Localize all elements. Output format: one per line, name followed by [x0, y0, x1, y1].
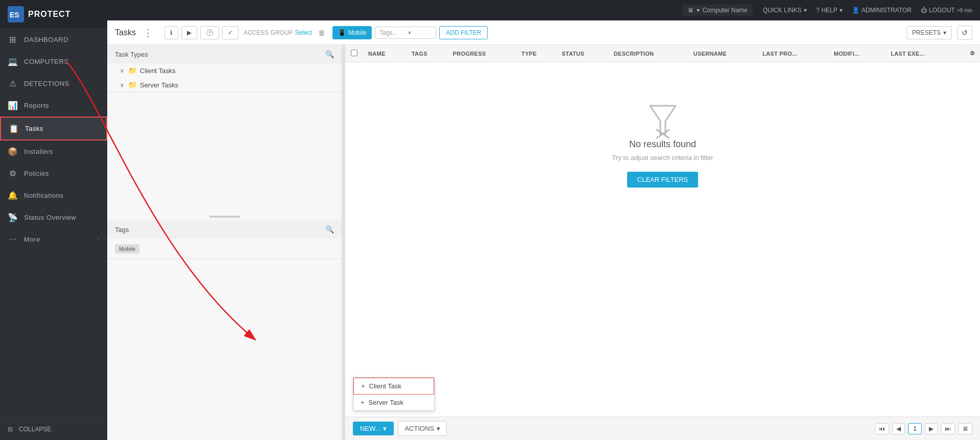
bottom-bar: + Client Task + Server Task NEW... ▾: [345, 416, 980, 440]
collapse-button[interactable]: ⊟ COLLAPSE: [0, 418, 107, 440]
more-icon: ···: [8, 235, 18, 244]
tasks-table: NAME TAGS PROGRESS TYPE STATUS DESCRIPTI…: [345, 45, 980, 228]
first-page-button[interactable]: ⏮: [875, 423, 889, 434]
pagination: ⏮ ◀ 1 ▶ ⏭ 🖥: [875, 423, 972, 434]
col-settings: ⚙: [955, 45, 980, 62]
clock-button[interactable]: 🕐: [200, 26, 219, 39]
col-last-exec: LAST EXE...: [886, 45, 955, 62]
refresh-button[interactable]: ↺: [957, 26, 972, 40]
task-types-label: Task Types: [115, 51, 148, 58]
access-group-label: ACCESS GROUP: [244, 29, 293, 36]
chevron-right-icon: ›: [98, 236, 100, 243]
task-types-section: Task Types 🔍 ∨ 📁 Client Tasks ∨ 📁 Server…: [107, 45, 342, 92]
select-all-checkbox[interactable]: [351, 50, 357, 56]
server-task-option[interactable]: + Server Task: [353, 395, 434, 410]
server-tasks-item[interactable]: ∨ 📁 Server Tasks: [107, 78, 342, 92]
sidebar-item-installers[interactable]: 📦 Installers: [0, 141, 107, 163]
tags-header: Tags 🔍: [107, 220, 342, 239]
reports-icon: 📊: [8, 101, 18, 110]
col-description: DESCRIPTION: [609, 45, 688, 62]
presets-label: PRESETS: [912, 29, 941, 36]
task-types-header: Task Types 🔍: [107, 45, 342, 63]
actions-button[interactable]: ACTIONS ▾: [398, 421, 447, 436]
tag-item[interactable]: Mobile: [115, 244, 139, 253]
sidebar-item-label: Reports: [24, 102, 100, 109]
policies-icon: ⚙: [8, 169, 18, 178]
app-logo: ES PROTECT: [0, 0, 107, 29]
tags-section: Tags 🔍 Mobile: [107, 220, 342, 259]
checkbox-column: [345, 45, 363, 62]
tree-toggle-icon: ∨: [120, 67, 124, 74]
search-icon[interactable]: 🔍: [325, 50, 334, 58]
presets-button[interactable]: PRESETS ▾: [906, 26, 952, 39]
client-tasks-item[interactable]: ∨ 📁 Client Tasks: [107, 63, 342, 78]
tasks-toolbar: Tasks ⋮ ℹ ▶ 🕐 ✓ ACCESS GROUP Select 🗑 📱 …: [107, 20, 980, 45]
plus-icon: +: [361, 382, 365, 390]
new-dropdown: + Client Task + Server Task: [353, 377, 435, 411]
right-panel: NAME TAGS PROGRESS TYPE STATUS DESCRIPTI…: [345, 45, 980, 440]
col-progress: PROGRESS: [448, 45, 516, 62]
svg-marker-2: [650, 106, 676, 134]
svg-text:ES: ES: [10, 11, 19, 19]
current-page[interactable]: 1: [908, 423, 922, 434]
tree-toggle-icon: ∨: [120, 82, 124, 88]
app-name: PROTECT: [28, 10, 70, 19]
no-results-icon: [648, 103, 678, 139]
folder-icon: 📁: [128, 81, 137, 89]
info-button[interactable]: ℹ: [164, 26, 178, 39]
content-area: Task Types 🔍 ∨ 📁 Client Tasks ∨ 📁 Server…: [107, 45, 980, 440]
sidebar-item-label: COMPUTERS: [24, 58, 100, 65]
sidebar-item-computers[interactable]: 💻 COMPUTERS: [0, 51, 107, 73]
sidebar-item-dashboard[interactable]: ⊞ DASHBOARD: [0, 29, 107, 51]
sidebar-item-label: DETECTIONS: [24, 80, 100, 87]
screen-icon-button[interactable]: 🖥: [958, 423, 972, 434]
search-icon[interactable]: 🔍: [325, 225, 334, 234]
folder-icon: 📁: [128, 66, 137, 75]
installers-icon: 📦: [8, 147, 18, 156]
tags-placeholder: Tags...: [379, 29, 397, 36]
eset-logo-icon: ES: [8, 6, 24, 22]
notifications-icon: 🔔: [8, 191, 18, 200]
sidebar-item-label: Notifications: [24, 192, 100, 199]
dashboard-icon: ⊞: [8, 35, 18, 44]
actions-label: ACTIONS: [404, 425, 434, 432]
sidebar-item-policies[interactable]: ⚙ Policies: [0, 163, 107, 184]
play-button[interactable]: ▶: [181, 26, 197, 39]
left-panel: Task Types 🔍 ∨ 📁 Client Tasks ∨ 📁 Server…: [107, 45, 342, 440]
plus-icon: +: [361, 399, 365, 406]
client-task-option[interactable]: + Client Task: [353, 378, 434, 395]
collapse-icon: ⊟: [8, 426, 13, 433]
next-page-button[interactable]: ▶: [925, 423, 938, 434]
computers-icon: 💻: [8, 57, 18, 66]
sidebar-item-label: Status Overview: [24, 214, 100, 221]
mobile-button[interactable]: 📱 Mobile: [332, 26, 372, 39]
delete-icon[interactable]: 🗑: [314, 27, 329, 39]
table-header-row: NAME TAGS PROGRESS TYPE STATUS DESCRIPTI…: [345, 45, 980, 62]
add-filter-button[interactable]: ADD FILTER: [439, 26, 488, 39]
chevron-down-icon: ▾: [408, 29, 411, 36]
page-title: Tasks: [115, 28, 136, 37]
tags-dropdown[interactable]: Tags... ▾: [375, 27, 436, 39]
tags-label: Tags: [115, 226, 129, 234]
tags-list: Mobile: [107, 239, 342, 259]
tasks-more-button[interactable]: ⋮: [141, 27, 155, 38]
sidebar-item-detections[interactable]: ⚠ DETECTIONS: [0, 73, 107, 95]
col-status: STATUS: [557, 45, 609, 62]
sidebar-item-status-overview[interactable]: 📡 Status Overview: [0, 206, 107, 228]
sidebar-item-label: Installers: [24, 148, 100, 155]
sidebar-item-tasks[interactable]: 📋 Tasks: [0, 117, 107, 141]
last-page-button[interactable]: ⏭: [941, 423, 955, 434]
new-label: NEW...: [360, 425, 380, 432]
status-overview-icon: 📡: [8, 213, 18, 222]
sidebar-item-notifications[interactable]: 🔔 Notifications: [0, 184, 107, 206]
check-button[interactable]: ✓: [222, 26, 238, 39]
sidebar-item-label: More: [24, 236, 91, 243]
sidebar-item-more[interactable]: ··· More ›: [0, 228, 107, 250]
sidebar-item-reports[interactable]: 📊 Reports: [0, 95, 107, 117]
access-group-select[interactable]: Select: [295, 29, 312, 36]
sidebar-item-label: Policies: [24, 170, 100, 177]
clear-filters-button[interactable]: CLEAR FILTERS: [627, 172, 698, 188]
new-button[interactable]: NEW... ▾: [353, 422, 394, 435]
tasks-icon: 📋: [9, 124, 19, 133]
prev-page-button[interactable]: ◀: [892, 423, 905, 434]
